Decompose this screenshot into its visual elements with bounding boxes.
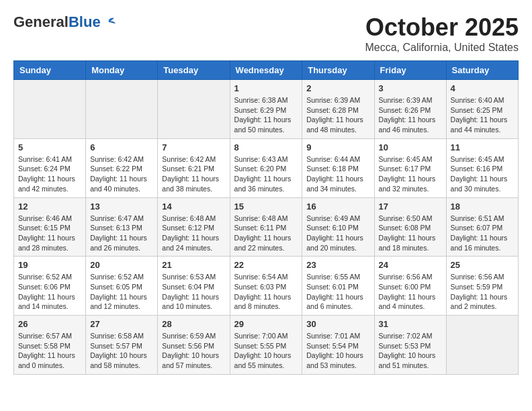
day-number: 6: [90, 142, 153, 152]
calendar-cell: 25Sunrise: 6:56 AMSunset: 5:59 PMDayligh…: [446, 257, 518, 316]
calendar-cell: 19Sunrise: 6:52 AMSunset: 6:06 PMDayligh…: [14, 257, 86, 316]
weekday-header-wednesday: Wednesday: [230, 61, 302, 80]
calendar-cell: [14, 80, 86, 139]
day-info: Sunrise: 6:56 AMSunset: 6:00 PMDaylight:…: [379, 272, 442, 312]
day-info: Sunrise: 6:58 AMSunset: 5:57 PMDaylight:…: [90, 331, 153, 371]
day-number: 16: [306, 201, 369, 212]
day-number: 4: [451, 83, 514, 93]
day-info: Sunrise: 6:47 AMSunset: 6:13 PMDaylight:…: [90, 214, 153, 253]
calendar-table: SundayMondayTuesdayWednesdayThursdayFrid…: [13, 60, 519, 375]
day-info: Sunrise: 6:45 AMSunset: 6:17 PMDaylight:…: [379, 154, 442, 194]
calendar-cell: 31Sunrise: 7:02 AMSunset: 5:53 PMDayligh…: [374, 316, 446, 375]
logo-bird-icon: [102, 17, 116, 28]
day-info: Sunrise: 6:39 AMSunset: 6:26 PMDaylight:…: [379, 95, 442, 135]
calendar-cell: 16Sunrise: 6:49 AMSunset: 6:10 PMDayligh…: [302, 197, 374, 257]
day-info: Sunrise: 7:01 AMSunset: 5:54 PMDaylight:…: [306, 331, 369, 371]
day-info: Sunrise: 6:40 AMSunset: 6:25 PMDaylight:…: [451, 95, 514, 135]
calendar-week-1: 1Sunrise: 6:38 AMSunset: 6:29 PMDaylight…: [14, 80, 519, 139]
day-info: Sunrise: 6:53 AMSunset: 6:04 PMDaylight:…: [162, 272, 225, 312]
day-info: Sunrise: 6:42 AMSunset: 6:22 PMDaylight:…: [90, 154, 153, 194]
calendar-cell: 13Sunrise: 6:47 AMSunset: 6:13 PMDayligh…: [86, 197, 158, 257]
day-number: 30: [306, 319, 369, 329]
day-number: 18: [451, 201, 514, 212]
calendar-week-2: 5Sunrise: 6:41 AMSunset: 6:24 PMDaylight…: [14, 138, 519, 197]
title-section: October 2025 Mecca, California, United S…: [365, 13, 519, 54]
calendar-week-4: 19Sunrise: 6:52 AMSunset: 6:06 PMDayligh…: [14, 257, 519, 316]
day-number: 1: [234, 83, 298, 93]
month-title: October 2025: [365, 13, 519, 42]
day-number: 28: [162, 319, 225, 329]
calendar-cell: 27Sunrise: 6:58 AMSunset: 5:57 PMDayligh…: [86, 316, 158, 375]
calendar-cell: 17Sunrise: 6:50 AMSunset: 6:08 PMDayligh…: [374, 197, 446, 257]
day-info: Sunrise: 6:39 AMSunset: 6:28 PMDaylight:…: [306, 95, 369, 135]
day-number: 10: [379, 142, 442, 152]
calendar-week-3: 12Sunrise: 6:46 AMSunset: 6:15 PMDayligh…: [14, 197, 519, 257]
day-number: 3: [379, 83, 442, 93]
day-number: 19: [18, 260, 81, 270]
day-info: Sunrise: 6:48 AMSunset: 6:11 PMDaylight:…: [234, 214, 298, 253]
day-info: Sunrise: 6:45 AMSunset: 6:16 PMDaylight:…: [451, 154, 514, 194]
calendar-cell: 29Sunrise: 7:00 AMSunset: 5:55 PMDayligh…: [230, 316, 302, 375]
calendar-cell: 15Sunrise: 6:48 AMSunset: 6:11 PMDayligh…: [230, 197, 302, 257]
calendar-cell: 12Sunrise: 6:46 AMSunset: 6:15 PMDayligh…: [14, 197, 86, 257]
day-number: 26: [18, 319, 81, 329]
calendar-cell: 9Sunrise: 6:44 AMSunset: 6:18 PMDaylight…: [302, 138, 374, 197]
weekday-header-sunday: Sunday: [14, 61, 86, 80]
location-text: Mecca, California, United States: [365, 42, 519, 54]
day-number: 29: [234, 319, 298, 329]
weekday-header-monday: Monday: [86, 61, 158, 80]
day-number: 13: [90, 201, 153, 212]
day-info: Sunrise: 6:49 AMSunset: 6:10 PMDaylight:…: [306, 214, 369, 253]
calendar-week-5: 26Sunrise: 6:57 AMSunset: 5:58 PMDayligh…: [14, 316, 519, 375]
logo-general-text: General: [13, 13, 69, 30]
day-number: 20: [90, 260, 153, 270]
logo-blue-text: Blue: [69, 13, 101, 30]
calendar-cell: 14Sunrise: 6:48 AMSunset: 6:12 PMDayligh…: [158, 197, 230, 257]
weekday-header-thursday: Thursday: [302, 61, 374, 80]
day-number: 5: [18, 142, 81, 152]
calendar-cell: 24Sunrise: 6:56 AMSunset: 6:00 PMDayligh…: [374, 257, 446, 316]
day-number: 24: [379, 260, 442, 270]
weekday-header-saturday: Saturday: [446, 61, 518, 80]
calendar-cell: [158, 80, 230, 139]
day-number: 25: [451, 260, 514, 270]
calendar-cell: 23Sunrise: 6:55 AMSunset: 6:01 PMDayligh…: [302, 257, 374, 316]
calendar-cell: [446, 316, 518, 375]
weekday-header-row: SundayMondayTuesdayWednesdayThursdayFrid…: [14, 61, 519, 80]
calendar-cell: 11Sunrise: 6:45 AMSunset: 6:16 PMDayligh…: [446, 138, 518, 197]
day-number: 12: [18, 201, 81, 212]
calendar-cell: 6Sunrise: 6:42 AMSunset: 6:22 PMDaylight…: [86, 138, 158, 197]
day-number: 22: [234, 260, 298, 270]
day-number: 2: [306, 83, 369, 93]
day-number: 27: [90, 319, 153, 329]
day-number: 23: [306, 260, 369, 270]
calendar-cell: 20Sunrise: 6:52 AMSunset: 6:05 PMDayligh…: [86, 257, 158, 316]
day-info: Sunrise: 6:38 AMSunset: 6:29 PMDaylight:…: [234, 95, 298, 135]
day-info: Sunrise: 6:41 AMSunset: 6:24 PMDaylight:…: [18, 154, 81, 194]
calendar-cell: 28Sunrise: 6:59 AMSunset: 5:56 PMDayligh…: [158, 316, 230, 375]
day-info: Sunrise: 7:00 AMSunset: 5:55 PMDaylight:…: [234, 331, 298, 371]
day-info: Sunrise: 6:55 AMSunset: 6:01 PMDaylight:…: [306, 272, 369, 312]
calendar-cell: 26Sunrise: 6:57 AMSunset: 5:58 PMDayligh…: [14, 316, 86, 375]
calendar-cell: 22Sunrise: 6:54 AMSunset: 6:03 PMDayligh…: [230, 257, 302, 316]
day-number: 8: [234, 142, 298, 152]
day-number: 15: [234, 201, 298, 212]
day-info: Sunrise: 6:56 AMSunset: 5:59 PMDaylight:…: [451, 272, 514, 312]
calendar-cell: 7Sunrise: 6:42 AMSunset: 6:21 PMDaylight…: [158, 138, 230, 197]
calendar-cell: 10Sunrise: 6:45 AMSunset: 6:17 PMDayligh…: [374, 138, 446, 197]
day-number: 7: [162, 142, 225, 152]
day-info: Sunrise: 6:42 AMSunset: 6:21 PMDaylight:…: [162, 154, 225, 194]
calendar-cell: 5Sunrise: 6:41 AMSunset: 6:24 PMDaylight…: [14, 138, 86, 197]
calendar-cell: 8Sunrise: 6:43 AMSunset: 6:20 PMDaylight…: [230, 138, 302, 197]
calendar-cell: 30Sunrise: 7:01 AMSunset: 5:54 PMDayligh…: [302, 316, 374, 375]
day-info: Sunrise: 6:46 AMSunset: 6:15 PMDaylight:…: [18, 214, 81, 253]
day-number: 31: [379, 319, 442, 329]
day-number: 14: [162, 201, 225, 212]
day-info: Sunrise: 6:50 AMSunset: 6:08 PMDaylight:…: [379, 214, 442, 253]
calendar-cell: 1Sunrise: 6:38 AMSunset: 6:29 PMDaylight…: [230, 80, 302, 139]
calendar-cell: [86, 80, 158, 139]
day-info: Sunrise: 6:59 AMSunset: 5:56 PMDaylight:…: [162, 331, 225, 371]
day-number: 9: [306, 142, 369, 152]
calendar-cell: 18Sunrise: 6:51 AMSunset: 6:07 PMDayligh…: [446, 197, 518, 257]
day-info: Sunrise: 6:44 AMSunset: 6:18 PMDaylight:…: [306, 154, 369, 194]
